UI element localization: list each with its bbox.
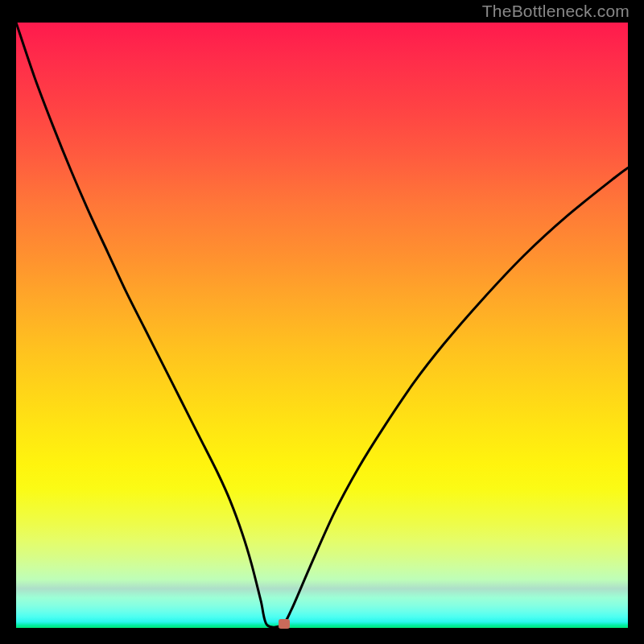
bottleneck-curve-path: [16, 23, 628, 627]
chart-curve-svg: [16, 23, 628, 628]
optimum-marker: [279, 619, 290, 629]
chart-frame: [16, 23, 628, 628]
watermark-text: TheBottleneck.com: [482, 2, 630, 21]
chart-inner: [16, 23, 628, 628]
